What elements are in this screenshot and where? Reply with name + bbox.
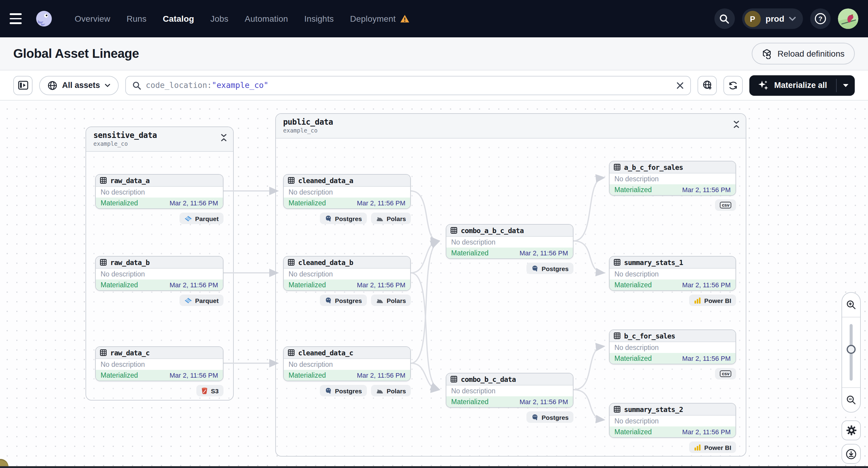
reload-definitions-button[interactable]: Reload definitions (751, 43, 855, 64)
asset-node-summary_stats_2[interactable]: summary_stats_2 No description Materiali… (609, 403, 736, 438)
asset-node-cleaned_data_b[interactable]: cleaned_data_b No description Materializ… (283, 256, 411, 291)
materialization-timestamp: Mar 2, 11:56 PM (520, 398, 568, 405)
tag-csv[interactable]: csv (715, 199, 736, 211)
node-status-row: MaterializedMar 2, 11:56 PM (96, 370, 223, 381)
tag-postgres[interactable]: Postgres (320, 213, 367, 224)
zoom-slider-thumb[interactable] (847, 345, 856, 354)
asset-node-a_b_c_for_sales[interactable]: a_b_c_for_sales No description Materiali… (609, 161, 736, 196)
clear-search-button[interactable] (677, 82, 684, 89)
status-badge: Materialized (614, 281, 652, 288)
zoom-out-icon (846, 395, 856, 405)
tag-powerbi[interactable]: Power BI (689, 441, 736, 453)
group-header[interactable]: public_data example_co (276, 114, 746, 138)
postgres-icon (325, 387, 332, 394)
zoom-in-icon (846, 300, 856, 310)
tag-parquet[interactable]: Parquet (180, 213, 223, 224)
tag-parquet[interactable]: Parquet (180, 294, 223, 306)
status-badge: Materialized (614, 355, 652, 362)
asset-node-raw_data_c[interactable]: raw_data_c No description MaterializedMa… (95, 346, 223, 381)
nav-item-catalog[interactable]: Catalog (163, 14, 194, 24)
node-tags: Parquet (95, 294, 223, 306)
node-description: No description (284, 187, 410, 197)
tag-polars[interactable]: Polars (371, 294, 411, 306)
tag-postgres[interactable]: Postgres (320, 294, 367, 306)
zoom-slider[interactable] (842, 317, 860, 388)
tag-postgres[interactable]: Postgres (526, 262, 574, 274)
search-input[interactable]: code_location:"example_co" (125, 75, 691, 95)
asset-node-summary_stats_1[interactable]: summary_stats_1 No description Materiali… (609, 256, 736, 291)
nav-item-overview[interactable]: Overview (75, 14, 110, 24)
asset-node-combo_a_b_c_data[interactable]: combo_a_b_c_data No description Material… (446, 224, 574, 259)
csv-icon: csv (720, 370, 731, 377)
asset-node-b_c_for_sales[interactable]: b_c_for_sales No description Materialize… (609, 330, 736, 365)
postgres-icon (531, 265, 538, 272)
node-description: No description (446, 237, 573, 248)
deployment-switcher[interactable]: P prod (742, 8, 803, 29)
node-status-row: MaterializedMar 2, 11:56 PM (610, 184, 736, 195)
table-icon (451, 376, 457, 382)
materialization-timestamp: Mar 2, 11:56 PM (520, 249, 568, 257)
asset-scope-dropdown[interactable]: All assets (39, 75, 119, 95)
node-description: No description (284, 269, 410, 279)
asset-node-combo_b_c_data[interactable]: combo_b_c_data No description Materializ… (446, 373, 574, 408)
node-status-row: MaterializedMar 2, 11:56 PM (610, 279, 736, 290)
nav-item-runs[interactable]: Runs (126, 14, 146, 24)
tag-powerbi[interactable]: Power BI (689, 294, 736, 306)
materialize-all-button[interactable]: Materialize all (749, 75, 836, 95)
node-description: No description (96, 187, 223, 197)
asset-node-raw_data_a[interactable]: raw_data_a No description MaterializedMa… (95, 174, 223, 209)
asset-node-cleaned_data_c[interactable]: cleaned_data_c No description Materializ… (283, 346, 411, 381)
help-icon: ? (814, 13, 827, 25)
nav-item-automation[interactable]: Automation (245, 14, 288, 24)
dagster-logo-icon[interactable] (35, 10, 53, 28)
nav-item-deployment[interactable]: Deployment (350, 14, 409, 24)
download-graph-button[interactable] (841, 444, 861, 464)
table-icon (614, 259, 620, 266)
node-tags: Parquet (95, 213, 223, 224)
nav-item-insights[interactable]: Insights (304, 14, 334, 24)
search-icon (132, 81, 141, 89)
refresh-button[interactable] (723, 75, 743, 95)
zoom-in-button[interactable] (842, 293, 860, 317)
node-status-row: MaterializedMar 2, 11:56 PM (446, 248, 573, 258)
group-header[interactable]: sensitive_data example_co (86, 127, 233, 152)
nav-item-jobs[interactable]: Jobs (211, 14, 228, 24)
materialize-options-caret[interactable] (837, 75, 855, 95)
tag-polars[interactable]: Polars (371, 213, 411, 224)
expand-scope-button[interactable] (698, 75, 717, 95)
asset-node-raw_data_b[interactable]: raw_data_b No description MaterializedMa… (95, 256, 223, 291)
tag-s3[interactable]: S3 (196, 385, 223, 396)
materialization-timestamp: Mar 2, 11:56 PM (357, 281, 405, 288)
lineage-canvas[interactable]: sensitive_data example_co public_data ex… (0, 101, 868, 468)
tag-postgres[interactable]: Postgres (320, 385, 367, 396)
page-title: Global Asset Lineage (13, 46, 139, 61)
node-tags: csv (609, 199, 736, 211)
hamburger-menu-icon[interactable] (10, 10, 28, 28)
collapse-group-icon[interactable] (220, 133, 227, 144)
chevron-down-icon (105, 84, 110, 87)
status-badge: Materialized (288, 281, 326, 288)
help-button[interactable]: ? (810, 8, 831, 29)
top-nav: Overview Runs Catalog Jobs Automation In… (0, 0, 868, 37)
node-tags: csv (609, 368, 736, 379)
node-status-row: MaterializedMar 2, 11:56 PM (446, 396, 573, 407)
global-search-button[interactable] (714, 8, 735, 29)
tag-csv[interactable]: csv (715, 368, 736, 379)
postgres-icon (531, 413, 538, 421)
asset-node-cleaned_data_a[interactable]: cleaned_data_a No description Materializ… (283, 174, 411, 209)
tag-polars[interactable]: Polars (371, 385, 411, 396)
tag-postgres[interactable]: Postgres (526, 411, 574, 423)
polars-bear-icon (376, 297, 384, 303)
collapse-group-icon[interactable] (733, 120, 740, 131)
user-avatar[interactable] (838, 8, 858, 29)
materialization-timestamp: Mar 2, 11:56 PM (682, 355, 731, 362)
graph-settings-button[interactable] (841, 420, 861, 440)
table-icon (100, 177, 106, 184)
node-description: No description (96, 359, 223, 370)
node-status-row: MaterializedMar 2, 11:56 PM (96, 279, 223, 290)
zoom-out-button[interactable] (842, 388, 860, 412)
postgres-icon (325, 215, 332, 222)
toggle-sidebar-button[interactable] (13, 75, 33, 95)
parquet-icon (184, 215, 192, 221)
node-description: No description (96, 269, 223, 279)
